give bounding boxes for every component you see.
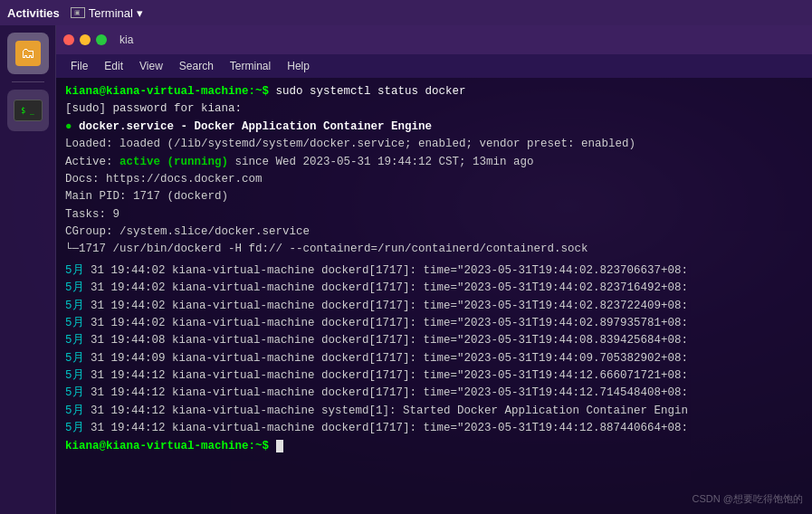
- sidebar-files-app[interactable]: 🗂: [7, 33, 49, 74]
- maximize-button[interactable]: [96, 34, 107, 45]
- terminal-titlebar: kia: [56, 25, 812, 54]
- log-rest-3: 31 19:44:02 kiana-virtual-machine docker…: [91, 317, 688, 329]
- loaded-line: Loaded: loaded (/lib/systemd/system/dock…: [65, 136, 803, 153]
- log-line-4: 5月 31 19:44:08 kiana-virtual-machine doc…: [65, 332, 803, 349]
- active-since: since Wed 2023-05-31 19:44:12 CST; 13min…: [228, 156, 534, 168]
- sudo-password-line: [sudo] password for kiana:: [65, 100, 803, 118]
- minimize-button[interactable]: [80, 34, 91, 45]
- dropdown-arrow-icon: ▾: [137, 6, 143, 20]
- final-prompt-line: kiana@kiana-virtual-machine:~$: [65, 438, 803, 455]
- log-rest-5: 31 19:44:09 kiana-virtual-machine docker…: [91, 352, 688, 365]
- log-month-7: 5月: [65, 386, 91, 399]
- log-month-6: 5月: [65, 369, 91, 382]
- log-line-3: 5月 31 19:44:02 kiana-virtual-machine doc…: [65, 315, 803, 332]
- log-month-1: 5月: [65, 281, 91, 294]
- log-line-7: 5月 31 19:44:12 kiana-virtual-machine doc…: [65, 385, 803, 402]
- log-rest-9: 31 19:44:12 kiana-virtual-machine docker…: [91, 422, 688, 434]
- log-rest-1: 31 19:44:02 kiana-virtual-machine docker…: [91, 281, 688, 294]
- sidebar: 🗂: [0, 25, 56, 514]
- mainpid-line: Main PID: 1717 (dockerd): [65, 188, 803, 205]
- terminal-content[interactable]: kiana@kiana-virtual-machine:~$ sudo syst…: [56, 78, 812, 514]
- sidebar-terminal-app[interactable]: [7, 90, 49, 131]
- service-line: ● docker.service - Docker Application Co…: [65, 119, 803, 136]
- terminal-window: kia File Edit View Search Terminal Help …: [56, 25, 812, 514]
- log-rest-0: 31 19:44:02 kiana-virtual-machine docker…: [91, 264, 688, 277]
- menu-edit[interactable]: Edit: [97, 58, 130, 74]
- log-rest-4: 31 19:44:08 kiana-virtual-machine docker…: [91, 334, 688, 347]
- docs-text: Docs: https://docs.docker.com: [65, 173, 263, 186]
- tasks-line: Tasks: 9: [65, 206, 803, 224]
- log-rest-2: 31 19:44:02 kiana-virtual-machine docker…: [91, 300, 688, 312]
- log-line-0: 5月 31 19:44:02 kiana-virtual-machine doc…: [65, 262, 803, 280]
- terminal-title: kia: [119, 33, 133, 46]
- log-line-9: 5月 31 19:44:12 kiana-virtual-machine doc…: [65, 420, 803, 437]
- sidebar-divider: [12, 81, 44, 82]
- log-month-5: 5月: [65, 352, 91, 365]
- cgroup-line: CGroup: /system.slice/docker.service: [65, 224, 803, 241]
- cgroup-sub-text: └─1717 /usr/bin/dockerd -H fd:// --conta…: [65, 243, 588, 255]
- log-rest-6: 31 19:44:12 kiana-virtual-machine docker…: [91, 369, 688, 382]
- menu-help[interactable]: Help: [280, 58, 317, 74]
- log-month-2: 5月: [65, 300, 91, 312]
- log-month-8: 5月: [65, 405, 91, 417]
- log-lines: 5月 31 19:44:02 kiana-virtual-machine doc…: [65, 262, 803, 438]
- main-area: 🗂 kia File Edit View Search Terminal Hel…: [0, 25, 812, 514]
- terminal-menu-button[interactable]: ▣ Terminal ▾: [71, 6, 143, 20]
- log-line-5: 5月 31 19:44:09 kiana-virtual-machine doc…: [65, 350, 803, 367]
- log-line-6: 5月 31 19:44:12 kiana-virtual-machine doc…: [65, 367, 803, 385]
- loaded-text: Loaded: loaded (/lib/systemd/system/dock…: [65, 138, 635, 150]
- log-month-4: 5月: [65, 334, 91, 347]
- log-line-1: 5月 31 19:44:02 kiana-virtual-machine doc…: [65, 280, 803, 297]
- log-line-8: 5月 31 19:44:12 kiana-virtual-machine sys…: [65, 403, 803, 420]
- terminal-menu-label: Terminal: [89, 6, 133, 20]
- activities-label[interactable]: Activities: [7, 6, 60, 20]
- log-month-3: 5月: [65, 317, 91, 329]
- menu-search[interactable]: Search: [172, 58, 221, 74]
- terminal-small-icon: ▣: [71, 7, 85, 18]
- log-line-2: 5月 31 19:44:02 kiana-virtual-machine doc…: [65, 298, 803, 315]
- docs-line: Docs: https://docs.docker.com: [65, 171, 803, 188]
- menu-file[interactable]: File: [63, 58, 95, 74]
- menu-view[interactable]: View: [132, 58, 170, 74]
- log-rest-7: 31 19:44:12 kiana-virtual-machine docker…: [91, 386, 688, 399]
- cmd-1: sudo systemctl status docker: [269, 85, 466, 98]
- final-cmd: [269, 440, 276, 452]
- terminal-app-icon: [14, 100, 43, 121]
- active-status: active (running): [113, 156, 229, 168]
- log-month-9: 5月: [65, 422, 91, 434]
- prompt-2: kiana@kiana-virtual-machine:~$: [65, 440, 269, 452]
- green-dot-icon: ●: [65, 120, 72, 133]
- tasks-text: Tasks: 9: [65, 208, 119, 221]
- watermark: CSDN @想要吃得饱饱的: [693, 491, 803, 507]
- prompt-1: kiana@kiana-virtual-machine:~$: [65, 85, 269, 98]
- cgroup-text: CGroup: /system.slice/docker.service: [65, 225, 310, 238]
- service-text: docker.service - Docker Application Cont…: [72, 120, 433, 133]
- cursor: [276, 440, 283, 452]
- close-button[interactable]: [63, 34, 74, 45]
- active-line: Active: active (running) since Wed 2023-…: [65, 154, 803, 171]
- mainpid-text: Main PID: 1717 (dockerd): [65, 190, 228, 203]
- log-month-0: 5月: [65, 264, 91, 277]
- command-line-1: kiana@kiana-virtual-machine:~$ sudo syst…: [65, 83, 803, 100]
- top-bar: Activities ▣ Terminal ▾: [0, 0, 812, 25]
- menu-terminal[interactable]: Terminal: [223, 58, 278, 74]
- log-rest-8: 31 19:44:12 kiana-virtual-machine system…: [91, 405, 688, 417]
- active-label: Active:: [65, 156, 113, 168]
- cgroup-sub-line: └─1717 /usr/bin/dockerd -H fd:// --conta…: [65, 241, 803, 258]
- menu-bar: File Edit View Search Terminal Help: [56, 54, 812, 78]
- sudo-pwd-text: [sudo] password for kiana:: [65, 102, 242, 115]
